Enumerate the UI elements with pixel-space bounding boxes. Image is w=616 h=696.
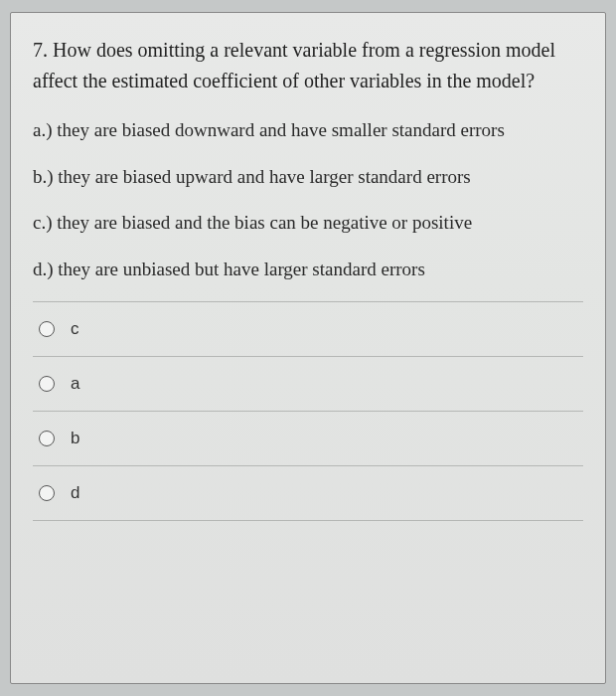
radio-icon[interactable] bbox=[39, 321, 55, 337]
option-letter: d.) bbox=[33, 259, 54, 279]
question-card: 7. How does omitting a relevant variable… bbox=[10, 12, 606, 684]
answer-label: a bbox=[71, 374, 79, 394]
option-letter: c.) bbox=[33, 212, 53, 233]
radio-icon[interactable] bbox=[39, 376, 55, 392]
answer-label: b bbox=[71, 429, 79, 448]
option-letter: b.) bbox=[33, 166, 54, 187]
option-a: a.) they are biased downward and have sm… bbox=[33, 116, 583, 145]
answer-label: d bbox=[71, 483, 79, 503]
answer-row-a[interactable]: a bbox=[33, 357, 583, 412]
question-body: How does omitting a relevant variable fr… bbox=[33, 39, 555, 91]
option-text: they are unbiased but have larger standa… bbox=[58, 259, 424, 279]
answer-row-d[interactable]: d bbox=[33, 466, 583, 521]
option-text: they are biased upward and have larger s… bbox=[58, 166, 470, 187]
answer-label: c bbox=[71, 319, 79, 339]
answer-choices: c a b d bbox=[33, 301, 583, 521]
radio-icon[interactable] bbox=[39, 485, 55, 501]
option-b: b.) they are biased upward and have larg… bbox=[33, 163, 583, 192]
answer-row-b[interactable]: b bbox=[33, 412, 583, 466]
answer-row-c[interactable]: c bbox=[33, 302, 583, 357]
radio-icon[interactable] bbox=[39, 431, 55, 446]
option-text: they are biased and the bias can be nega… bbox=[57, 212, 472, 233]
question-number: 7. bbox=[33, 39, 48, 61]
option-letter: a.) bbox=[33, 119, 53, 140]
option-text: they are biased downward and have smalle… bbox=[57, 119, 505, 140]
option-c: c.) they are biased and the bias can be … bbox=[33, 209, 583, 238]
question-text: 7. How does omitting a relevant variable… bbox=[33, 35, 583, 96]
option-d: d.) they are unbiased but have larger st… bbox=[33, 256, 583, 284]
